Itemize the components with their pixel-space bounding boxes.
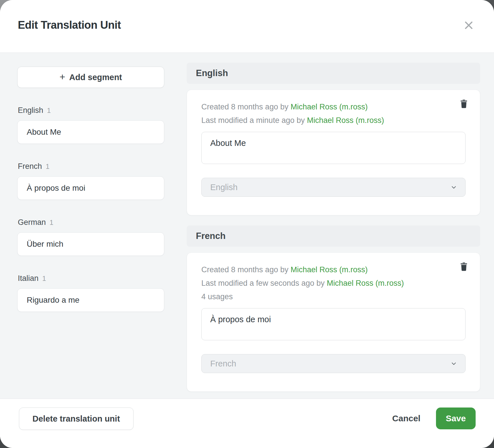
segment-group-french: French 1 À propos de moi [17, 161, 164, 200]
panel-header-english: English [187, 63, 480, 84]
panel-card-french: Created 8 months ago by Michael Ross (m.… [187, 252, 480, 392]
add-segment-label: Add segment [69, 73, 122, 82]
plus-icon: + [59, 72, 65, 82]
panel-header-french: French [187, 225, 480, 247]
segment-card-french[interactable]: À propos de moi [17, 176, 164, 200]
segment-value: Über mich [27, 240, 63, 249]
segment-card-italian[interactable]: Riguardo a me [17, 288, 164, 312]
modal-body: + Add segment English 1 About Me French … [0, 53, 494, 398]
chevron-down-icon [450, 184, 457, 191]
created-prefix: Created 8 months ago by [201, 103, 291, 111]
trash-icon [459, 261, 469, 272]
delete-segment-button[interactable] [458, 97, 470, 110]
modified-meta: Last modified a minute ago by Michael Ro… [201, 114, 466, 127]
chevron-down-icon [450, 360, 457, 367]
close-icon [463, 20, 474, 31]
created-user-link[interactable]: Michael Ross (m.ross) [291, 265, 368, 274]
segment-card-english[interactable]: About Me [17, 120, 164, 144]
segment-group-italian: Italian 1 Riguardo a me [17, 273, 164, 312]
modal-footer: Delete translation unit Cancel Save [0, 399, 494, 448]
modal-title: Edit Translation Unit [18, 19, 121, 31]
segment-sidebar: + Add segment English 1 About Me French … [17, 67, 164, 312]
modal-header: Edit Translation Unit [0, 0, 494, 53]
segment-count-badge: 1 [46, 161, 49, 172]
panel-card-english: Created 8 months ago by Michael Ross (m.… [187, 90, 480, 215]
segment-language-label: English 1 [18, 105, 164, 116]
modified-prefix: Last modified a minute ago by [201, 116, 307, 125]
close-button[interactable] [461, 18, 476, 33]
modified-user-link[interactable]: Michael Ross (m.ross) [327, 279, 404, 287]
cancel-button[interactable]: Cancel [389, 408, 423, 429]
segment-card-german[interactable]: Über mich [17, 232, 164, 256]
language-select-french[interactable]: French [201, 354, 466, 373]
edit-translation-unit-modal: Edit Translation Unit + Add segment Engl… [0, 0, 494, 448]
segment-value: À propos de moi [27, 184, 85, 193]
segment-count-badge: 1 [42, 273, 46, 284]
language-panel-french: French Created 8 months ago by Michael R… [187, 225, 480, 392]
language-panel-english: English Created 8 months ago by Michael … [187, 63, 480, 215]
segment-text-input-french[interactable]: À propos de moi [201, 308, 466, 340]
segment-language-label: German 1 [18, 217, 164, 228]
usages-meta: 4 usages [201, 290, 466, 304]
language-select-english[interactable]: English [201, 178, 466, 197]
modified-user-link[interactable]: Michael Ross (m.ross) [307, 116, 384, 125]
language-select-value: French [210, 359, 236, 368]
created-prefix: Created 8 months ago by [201, 265, 291, 274]
segment-language: French [18, 161, 42, 171]
modified-prefix: Last modified a few seconds ago by [201, 279, 327, 287]
delete-segment-button[interactable] [458, 260, 470, 273]
segment-detail-column: English Created 8 months ago by Michael … [187, 63, 480, 402]
segment-text-input-english[interactable]: About Me [201, 132, 466, 164]
delete-translation-unit-button[interactable]: Delete translation unit [19, 408, 134, 430]
modified-meta: Last modified a few seconds ago by Micha… [201, 277, 466, 290]
segment-language: German [18, 217, 46, 227]
created-meta: Created 8 months ago by Michael Ross (m.… [201, 263, 466, 277]
segment-count-badge: 1 [47, 105, 51, 116]
segment-language: Italian [18, 273, 38, 283]
add-segment-button[interactable]: + Add segment [17, 67, 164, 88]
created-user-link[interactable]: Michael Ross (m.ross) [291, 103, 368, 111]
segment-group-english: English 1 About Me [17, 105, 164, 144]
segment-language: English [18, 105, 43, 115]
save-button[interactable]: Save [436, 408, 476, 429]
language-select-value: English [210, 183, 238, 192]
created-meta: Created 8 months ago by Michael Ross (m.… [201, 100, 466, 114]
segment-group-german: German 1 Über mich [17, 217, 164, 256]
segment-count-badge: 1 [50, 217, 53, 228]
trash-icon [459, 99, 469, 109]
segment-value: About Me [27, 128, 61, 137]
segment-language-label: Italian 1 [18, 273, 164, 284]
segment-language-label: French 1 [18, 161, 164, 172]
segment-value: Riguardo a me [27, 296, 80, 305]
